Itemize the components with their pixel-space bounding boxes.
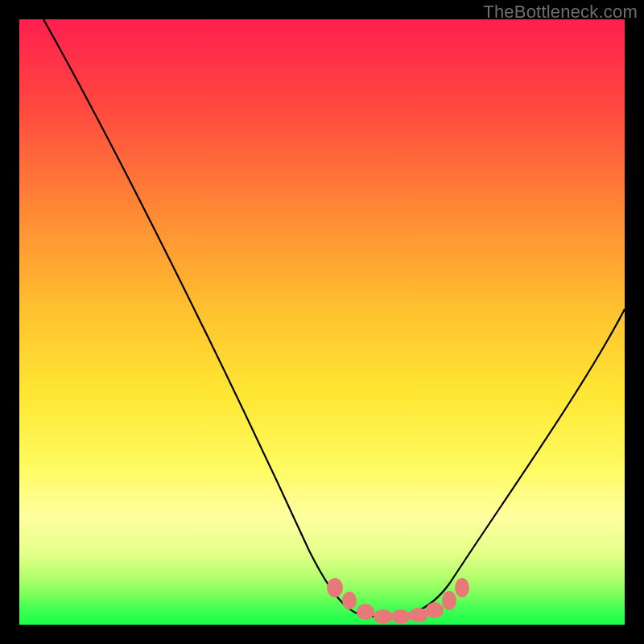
marker (357, 604, 374, 620)
curve-layer (19, 19, 625, 625)
watermark-text: TheBottleneck.com (483, 2, 638, 23)
marker (426, 602, 444, 618)
marker (327, 578, 343, 597)
bottleneck-curve (43, 19, 625, 617)
marker (409, 608, 428, 622)
marker (342, 592, 357, 609)
chart-frame: TheBottleneck.com (0, 0, 644, 644)
marker (442, 591, 456, 610)
plot-area (19, 19, 625, 625)
marker (455, 578, 469, 597)
marker (391, 609, 411, 624)
marker (374, 609, 393, 624)
